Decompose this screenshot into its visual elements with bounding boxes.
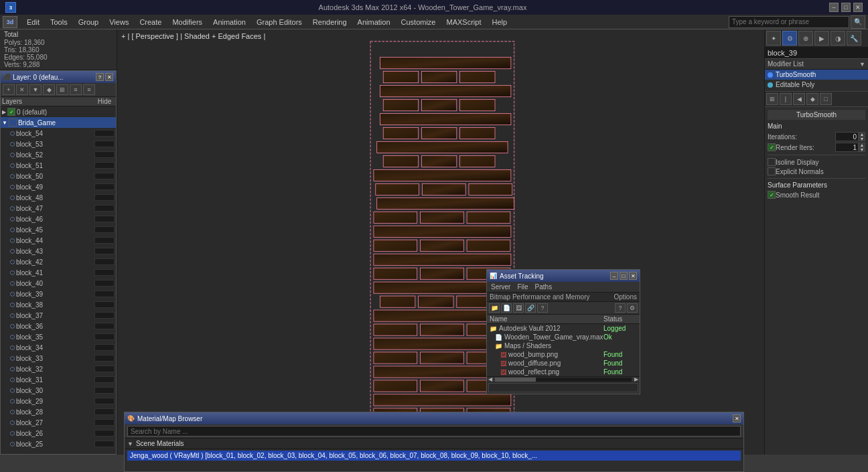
at-row-bump[interactable]: 🖼 wood_bump.png Found (487, 350, 640, 359)
at-scrollbar-track[interactable] (495, 378, 632, 382)
layer-item[interactable]: ⬡block_34 (1, 342, 116, 353)
at-btn5[interactable]: ? (537, 303, 548, 313)
at-row-max-file[interactable]: 📄 Wooden_Tower_Game_vray.max Ok (487, 333, 640, 341)
render-iters-up[interactable]: ▲ (859, 143, 865, 147)
minimize-button[interactable]: – (829, 3, 839, 12)
at-btn3[interactable]: 🖼 (513, 303, 524, 313)
at-row-maps[interactable]: 📁 Maps / Shaders (487, 341, 640, 350)
modifier-editablepoly[interactable]: Editable Poly (765, 80, 868, 90)
layer-item[interactable]: ⬡block_48 (1, 192, 116, 203)
menu-create[interactable]: Create (134, 17, 167, 27)
vp-icon-5[interactable]: □ (820, 93, 832, 105)
layer-item[interactable]: ⬡block_52 (1, 149, 116, 160)
at-maximize-button[interactable]: □ (620, 272, 628, 280)
at-scroll-left[interactable]: ◀ (487, 376, 494, 382)
mb-close-button[interactable]: ✕ (733, 414, 741, 422)
iterations-down[interactable]: ▼ (859, 137, 865, 141)
modify-panel-icon[interactable]: ⚙ (782, 31, 797, 46)
hierarchy-icon[interactable]: ⊕ (798, 31, 813, 46)
select-layer-button[interactable]: ◆ (43, 84, 55, 95)
layer-item[interactable]: ⬡block_54 (1, 128, 116, 139)
menu-help[interactable]: Help (486, 17, 512, 27)
layer-item[interactable]: ⬡block_38 (1, 299, 116, 310)
menu-animation2[interactable]: Animation (352, 17, 396, 27)
layer-item[interactable]: ▶✓0 (default) (1, 106, 116, 117)
layer-item[interactable]: ⬡block_39 (1, 289, 116, 299)
render-iters-check[interactable]: ✓ (768, 143, 776, 151)
menu-animation[interactable]: Animation (208, 17, 251, 27)
layer-item[interactable]: ⬡block_49 (1, 181, 116, 192)
layer-item[interactable]: ⬡block_27 (1, 417, 116, 428)
vp-icon-4[interactable]: ◆ (806, 93, 818, 105)
at-row-diffuse[interactable]: 🖼 wood_diffuse.png Found (487, 359, 640, 368)
layer-item[interactable]: ⬡block_26 (1, 428, 116, 439)
create-panel-icon[interactable]: ✦ (766, 31, 781, 46)
render-iters-down[interactable]: ▼ (859, 147, 865, 152)
menu-tools[interactable]: Tools (45, 17, 73, 27)
mb-material-row[interactable]: Jenga_wood ( VRayMtl ) [block_01, block_… (127, 451, 741, 461)
layer-close-button[interactable]: ✕ (105, 73, 113, 81)
menu-maxscript[interactable]: MAXScript (441, 17, 487, 27)
at-options[interactable]: Options (614, 293, 637, 301)
layer-list[interactable]: ▶✓0 (default)▼Brida_Game⬡block_54⬡block_… (1, 106, 116, 454)
vp-icon-3[interactable]: ◀ (793, 93, 805, 105)
maximize-button[interactable]: □ (841, 3, 851, 12)
layer-item[interactable]: ⬡block_53 (1, 139, 116, 149)
explicit-check[interactable] (768, 167, 776, 175)
layer-item[interactable]: ⬡block_45 (1, 224, 116, 235)
iterations-input[interactable] (835, 132, 859, 141)
layer-item[interactable]: ⬡block_30 (1, 385, 116, 396)
layer-item[interactable]: ⬡block_35 (1, 331, 116, 342)
iterations-up[interactable]: ▲ (859, 132, 865, 137)
layer-item[interactable]: ⬡block_50 (1, 171, 116, 181)
menu-views[interactable]: Views (104, 17, 134, 27)
at-row-vault[interactable]: 📁 Autodesk Vault 2012 Logged (487, 324, 640, 333)
layer-item[interactable]: ⬡block_44 (1, 235, 116, 246)
at-settings-btn[interactable]: ⚙ (627, 303, 638, 313)
layer-item[interactable]: ▼Brida_Game (1, 117, 116, 128)
merge-layer-button[interactable]: ⊞ (56, 84, 68, 95)
menu-rendering[interactable]: Rendering (307, 17, 352, 27)
layer-item[interactable]: ⬡block_46 (1, 214, 116, 224)
modifier-turbosmooth[interactable]: TurboSmooth (765, 70, 868, 80)
isoline-check[interactable] (768, 158, 776, 166)
layer-item[interactable]: ⬡block_25 (1, 439, 116, 449)
display-icon[interactable]: ◑ (830, 31, 845, 46)
smooth-result-check[interactable]: ✓ (768, 191, 776, 199)
at-menu-file[interactable]: File (514, 283, 530, 291)
at-menu-server[interactable]: Server (488, 283, 513, 291)
at-input-row[interactable] (488, 383, 638, 392)
delete-layer-button[interactable]: ✕ (16, 84, 28, 95)
at-scroll-right[interactable]: ▶ (633, 376, 640, 382)
layer-visibility-check[interactable]: ✓ (7, 108, 15, 116)
layer-item[interactable]: ⬡block_36 (1, 321, 116, 331)
utilities-icon[interactable]: 🔧 (847, 31, 861, 46)
menu-customize[interactable]: Customize (396, 17, 441, 27)
layer-item[interactable]: ⬡block_31 (1, 374, 116, 385)
add-to-layer-button[interactable]: ▼ (29, 84, 42, 95)
new-layer-button[interactable]: + (3, 84, 15, 95)
layer-item[interactable]: ⬡block_51 (1, 160, 116, 171)
at-scrollbar[interactable]: ◀ ▶ (487, 376, 640, 382)
layer-item[interactable]: ⬡block_32 (1, 364, 116, 374)
layer-item[interactable]: ⬡block_29 (1, 396, 116, 406)
menu-graph-editors[interactable]: Graph Editors (251, 17, 307, 27)
at-btn4[interactable]: 🔗 (525, 303, 536, 313)
at-close-button[interactable]: ✕ (629, 272, 637, 280)
close-button[interactable]: ✕ (853, 3, 863, 12)
mb-search-input[interactable] (127, 426, 741, 437)
layer-item[interactable]: ⬡block_47 (1, 203, 116, 214)
motion-icon[interactable]: ▶ (814, 31, 829, 46)
at-btn2[interactable]: 📄 (501, 303, 512, 313)
at-row-reflect[interactable]: 🖼 wood_reflect.png Found (487, 368, 640, 376)
at-btn1[interactable]: 📁 (489, 303, 500, 313)
menu-edit[interactable]: Edit (21, 17, 45, 27)
viewport[interactable]: + | [ Perspective ] | Shaded + Edged Fac… (117, 29, 764, 455)
layer-item[interactable]: ⬡block_37 (1, 310, 116, 321)
layer-visibility-check[interactable] (9, 119, 17, 127)
search-button[interactable]: 🔍 (851, 15, 865, 29)
vp-icon-2[interactable]: | (780, 93, 792, 105)
collapse-layer-button[interactable]: ≡ (70, 84, 82, 95)
layer-item[interactable]: ⬡block_28 (1, 406, 116, 417)
help-search-input[interactable] (729, 16, 849, 28)
